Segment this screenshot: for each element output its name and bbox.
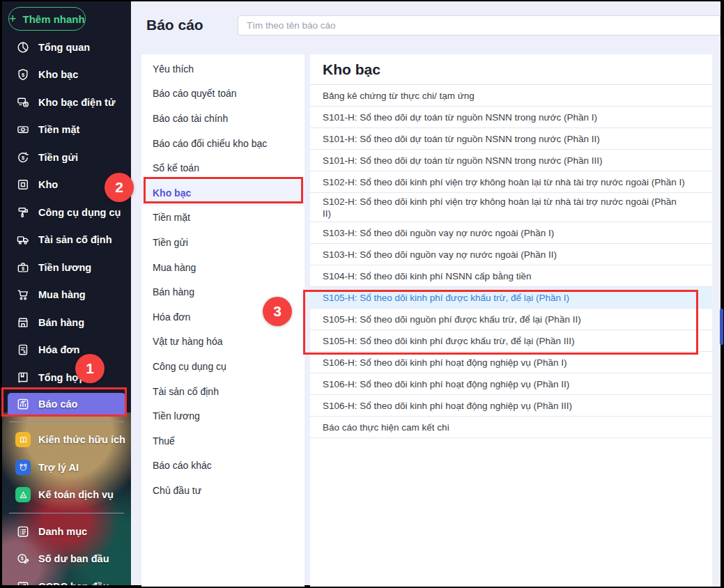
report-row-label: S101-H: Sổ theo dõi dự toán từ nguồn NSN… <box>323 155 602 166</box>
search-input[interactable] <box>238 15 721 36</box>
treasury-shield-icon: $ <box>15 67 31 82</box>
report-row[interactable]: S101-H: Sổ theo dõi dự toán từ nguồn NSN… <box>310 128 712 150</box>
category-list-icon <box>15 524 31 539</box>
report-row[interactable]: Báo cáo thực hiện cam kết chi <box>310 417 712 438</box>
category-item-label: Báo cáo tài chính <box>153 113 228 124</box>
category-item[interactable]: Công cụ dụng cụ <box>141 354 305 379</box>
sidebar-item[interactable]: Danh mục <box>2 518 131 546</box>
warehouse-box-icon <box>15 177 31 192</box>
category-item[interactable]: Kho bạc <box>141 180 305 206</box>
category-item-label: Báo cáo đối chiếu kho bạc <box>153 138 267 149</box>
category-item-label: Vật tư hàng hóa <box>153 336 222 347</box>
report-list-panel: Kho bạc Bảng kê chứng từ thực chi/ tạm ứ… <box>310 54 712 587</box>
sidebar-item-label: Kho bạc <box>38 69 78 80</box>
category-item[interactable]: Chủ đầu tư <box>141 478 305 503</box>
window-scrollbar-thumb[interactable] <box>720 309 723 345</box>
sidebar-item[interactable]: $ Số dư ban đầu <box>2 546 131 573</box>
report-row[interactable]: S105-H: Sổ theo dõi nguồn phí được khấu … <box>310 309 712 330</box>
sidebar-item[interactable]: Công cụ dụng cụ <box>2 199 131 226</box>
category-item[interactable]: Sổ kế toán <box>141 155 305 180</box>
category-item[interactable]: Tiền lương <box>141 403 305 428</box>
report-row[interactable]: S106-H: Sổ theo dõi kinh phí hoạt động n… <box>310 395 712 417</box>
sidebar-item[interactable]: Tài sản cố định <box>2 226 131 254</box>
sidebar-item[interactable]: CCDC ban đầu <box>2 573 131 585</box>
svg-text:$: $ <box>22 72 25 78</box>
sidebar-item[interactable]: $ Kho bạc điện tử <box>2 88 131 116</box>
report-row[interactable]: Bảng kê chứng từ thực chi/ tạm ứng <box>310 85 712 107</box>
sidebar-item[interactable]: Báo cáo <box>8 393 125 416</box>
quick-add-button[interactable]: + Thêm nhanh <box>8 7 86 31</box>
plus-icon: + <box>9 13 17 25</box>
category-item[interactable]: Yêu thích <box>141 56 305 82</box>
category-item-label: Hóa đơn <box>153 311 190 323</box>
category-item[interactable]: Mua hàng <box>141 255 305 280</box>
category-item[interactable]: Vật tư hàng hóa <box>141 330 305 355</box>
sidebar-item[interactable]: Bán hàng <box>2 309 131 336</box>
category-item[interactable]: Báo cáo quyết toán <box>141 82 305 107</box>
report-row[interactable]: S101-H: Sổ theo dõi dự toán từ nguồn NSN… <box>310 150 712 171</box>
report-row-label: S102-H: Sổ theo dõi kinh phí viện trợ kh… <box>323 196 681 219</box>
category-item[interactable]: Báo cáo khác <box>141 454 305 479</box>
sidebar-item[interactable]: Kế toán dịch vụ <box>2 481 131 509</box>
sidebar-item[interactable]: Tiền mặt <box>2 116 131 144</box>
report-row-label: S106-H: Sổ theo dõi kinh phí hoạt động n… <box>323 379 569 389</box>
category-item[interactable]: Báo cáo tài chính <box>141 106 305 131</box>
category-item[interactable]: Thuế <box>141 428 305 454</box>
sales-store-icon <box>15 315 31 330</box>
category-item-label: Tài sản cố định <box>153 386 219 397</box>
sidebar-item[interactable]: Tổng quan <box>2 33 131 61</box>
report-row[interactable]: S101-H: Sổ theo dõi dự toán từ nguồn NSN… <box>310 107 712 128</box>
report-row-label: Báo cáo thực hiện cam kết chi <box>323 422 449 433</box>
report-row[interactable]: S105-H: Sổ theo dõi kinh phí được khấu t… <box>310 330 712 352</box>
report-row[interactable]: S104-H: Sổ theo dõi kinh phí NSNN cấp bằ… <box>310 265 712 287</box>
report-row-label: S101-H: Sổ theo dõi dự toán từ nguồn NSN… <box>323 112 597 123</box>
report-row[interactable]: S102-H: Sổ theo dõi kinh phí viện trợ kh… <box>310 193 712 222</box>
overview-pie-icon <box>15 40 31 55</box>
sidebar-item-label: Mua hàng <box>38 289 86 300</box>
category-item[interactable]: Tài sản cố định <box>141 379 305 404</box>
sidebar-item[interactable]: Tổng hợp <box>2 364 131 392</box>
sidebar-item[interactable]: $ Hóa đơn <box>2 336 131 364</box>
svg-text:$: $ <box>23 350 26 355</box>
payroll-briefcase-icon: $ <box>15 260 31 275</box>
sidebar-item-label: Tổng quan <box>38 42 90 53</box>
report-list: Bảng kê chứng từ thực chi/ tạm ứng S101-… <box>310 85 712 438</box>
report-row-label: S105-H: Sổ theo dõi nguồn phí được khấu … <box>323 314 581 325</box>
report-row[interactable]: S105-H: Sổ theo dõi kinh phí được khấu t… <box>310 287 712 309</box>
sidebar-item-label: CCDC ban đầu <box>38 581 109 585</box>
category-item[interactable]: Tiền gửi <box>141 230 305 255</box>
category-item-label: Tiền gửi <box>153 237 188 248</box>
sidebar-item-label: Số dư ban đầu <box>38 553 109 564</box>
e-treasury-card-icon: $ <box>15 95 31 110</box>
sidebar-item-label: Kho <box>38 179 58 190</box>
report-row[interactable]: S103-H: Sổ theo dõi nguồn vay nợ nước ng… <box>310 244 712 265</box>
quick-add-label: Thêm nhanh <box>23 13 85 25</box>
sidebar-item[interactable]: Kiến thức hữu ích <box>2 426 131 454</box>
report-row[interactable]: S103-H: Sổ theo dõi nguồn vay nợ nước ng… <box>310 222 712 244</box>
sidebar-item-label: Công cụ dụng cụ <box>38 207 121 218</box>
report-row-label: S103-H: Sổ theo dõi nguồn vay nợ nước ng… <box>323 228 554 238</box>
report-row[interactable]: S106-H: Sổ theo dõi kinh phí hoạt động n… <box>310 373 712 395</box>
sidebar-item-label: Kiến thức hữu ích <box>38 434 125 445</box>
sidebar-item[interactable]: $ Tiền lương <box>2 254 131 281</box>
ccdc-monitor-icon <box>15 579 31 585</box>
category-item-label: Báo cáo khác <box>153 460 212 471</box>
report-row[interactable]: S102-H: Sổ theo dõi kinh phí viện trợ kh… <box>310 171 712 193</box>
sidebar-item[interactable]: Trợ lý AI <box>2 454 131 481</box>
category-item-label: Chủ đầu tư <box>153 485 201 496</box>
sidebar-item[interactable]: Mua hàng <box>2 281 131 309</box>
sidebar-settings-nav: Danh mục $ Số dư ban đầu CCDC ban đầu <box>2 518 131 585</box>
report-chart-icon <box>15 396 31 412</box>
report-row-label: S104-H: Sổ theo dõi kinh phí NSNN cấp bằ… <box>323 271 531 281</box>
report-row-label: Bảng kê chứng từ thực chi/ tạm ứng <box>323 91 475 101</box>
category-item[interactable]: Báo cáo đối chiếu kho bạc <box>141 131 305 156</box>
sidebar-item-label: Tiền mặt <box>38 124 79 135</box>
report-row[interactable]: S106-H: Sổ theo dõi kinh phí hoạt động n… <box>310 352 712 373</box>
category-item[interactable]: Tiền mặt <box>141 206 305 231</box>
sidebar-secondary-nav: Kiến thức hữu ích Trợ lý AI Kế toán dịch… <box>2 426 131 509</box>
sidebar-item[interactable]: $ Tiền gửi <box>2 144 131 171</box>
sidebar-item[interactable]: $ Kho bạc <box>2 61 131 89</box>
report-row-label: S102-H: Sổ theo dõi kinh phí viện trợ kh… <box>323 177 685 187</box>
svg-text:$: $ <box>21 556 24 562</box>
sidebar-main-nav: Tổng quan $ Kho bạc $ Kho bạc điện tử Ti… <box>2 33 131 417</box>
